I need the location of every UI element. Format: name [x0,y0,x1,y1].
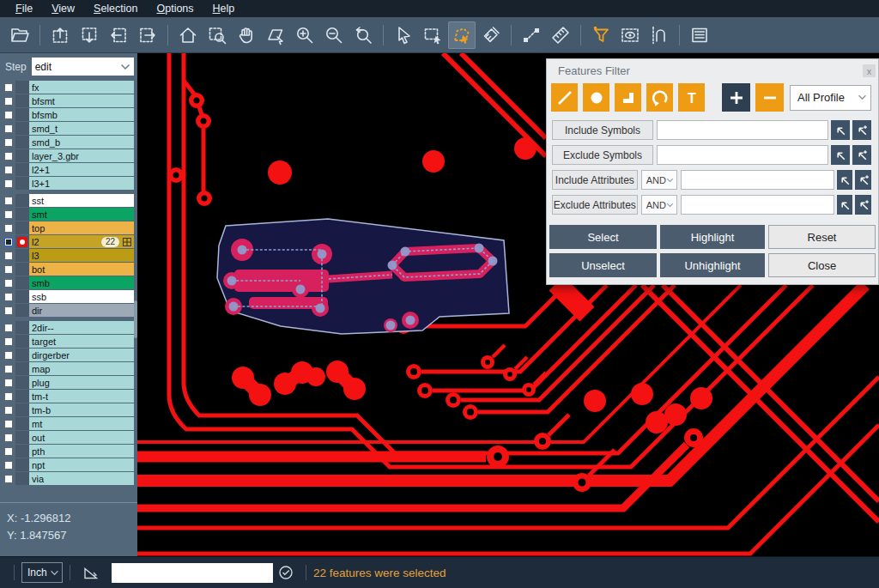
layer-indicator-cell[interactable] [15,94,29,107]
select-poly-icon[interactable] [448,21,476,49]
layer-checkbox[interactable] [4,351,13,360]
zoom-previous-icon[interactable] [349,21,377,49]
zoom-in-icon[interactable] [291,21,318,49]
layer-checkbox[interactable] [4,97,13,106]
layer-indicator-cell[interactable] [15,136,29,149]
layer-checkbox[interactable] [4,179,13,188]
command-input[interactable] [112,563,273,583]
layer-name[interactable]: l222 [29,235,134,248]
layer-name[interactable]: bfsmt [29,94,134,107]
layer-indicator-cell[interactable] [15,403,29,416]
units-select[interactable]: Inch [21,562,63,583]
layer-name[interactable]: top [29,221,134,234]
step-select[interactable]: edit [32,58,134,76]
pan-up-icon[interactable] [46,21,74,49]
layer-checkbox[interactable] [4,433,13,442]
home-icon[interactable] [174,21,202,49]
layer-name[interactable]: smt [29,208,134,221]
select-rect-icon[interactable] [419,21,446,49]
layer-checkbox[interactable] [4,475,13,483]
measure-ruler-icon[interactable] [547,21,574,49]
include-symbols-pick-add-icon[interactable] [852,120,871,140]
unselect-button[interactable]: Unselect [549,253,657,277]
layer-indicator-cell[interactable] [15,276,29,289]
layer-indicator-cell[interactable] [15,376,29,389]
layer-name[interactable]: dir [29,304,134,317]
layer-indicator-cell[interactable] [15,349,29,361]
layer-checkbox[interactable] [4,337,13,346]
features-filter-icon[interactable] [587,21,615,49]
clean-icon[interactable] [477,21,505,49]
layer-name[interactable]: fx [29,81,134,94]
menu-view[interactable]: View [43,1,83,16]
layer-indicator-cell[interactable] [15,208,29,221]
menu-options[interactable]: Options [148,1,202,16]
pan-hand-icon[interactable] [233,21,260,49]
feature-type-pad-icon[interactable] [583,83,609,112]
exclude-attributes-pick-icon[interactable] [837,195,853,215]
refresh-check-icon[interactable] [278,565,294,580]
highlight-button[interactable]: Highlight [660,225,765,249]
close-icon[interactable]: x [863,64,876,77]
layer-indicator-cell[interactable] [15,194,29,207]
profile-select[interactable]: All Profile [790,85,871,111]
layer-name[interactable]: bfsmb [29,108,134,121]
layer-indicator-cell[interactable] [15,177,29,190]
layer-indicator-cell[interactable] [15,458,29,471]
layer-name[interactable]: l3+1 [29,177,134,190]
exclude-attributes-input[interactable] [681,195,834,215]
include-attributes-pick-add-icon[interactable] [855,170,871,190]
menu-selection[interactable]: Selection [85,1,146,16]
menu-file[interactable]: File [7,1,41,16]
zoom-out-icon[interactable] [320,21,348,49]
unhighlight-button[interactable]: Unhighlight [660,253,765,277]
include-symbols-pick-icon[interactable] [831,120,850,140]
include-attributes-pick-icon[interactable] [837,170,853,190]
layer-indicator-cell[interactable] [15,304,29,317]
layer-indicator-cell[interactable] [15,249,29,262]
layer-indicator-cell[interactable] [15,390,29,403]
layer-indicator-cell[interactable] [15,290,29,303]
layer-name[interactable]: plug [29,376,134,389]
layer-name[interactable]: out [29,431,134,444]
layer-indicator-cell[interactable] [15,263,29,276]
layer-indicator-cell[interactable] [15,163,29,176]
layer-indicator-cell[interactable] [15,81,29,94]
zoom-window-icon[interactable] [203,21,231,49]
layer-name[interactable]: target [29,335,134,348]
feature-type-line-icon[interactable] [551,83,578,112]
include-attributes-input[interactable] [681,170,834,190]
angle-measure-icon[interactable] [82,564,100,581]
pan-down-icon[interactable] [76,21,103,49]
layer-checkbox[interactable] [4,138,13,147]
layer-checkbox[interactable] [4,365,13,373]
layer-checkbox[interactable] [4,210,13,219]
feature-type-text-icon[interactable]: T [678,83,705,112]
layer-indicator-cell[interactable] [15,431,29,444]
pan-left-icon[interactable] [105,21,132,49]
layer-checkbox[interactable] [4,238,13,246]
pcb-canvas[interactable]: Features Filter x TAll Profile Include S… [137,53,879,556]
layer-checkbox[interactable] [4,293,13,301]
layer-checkbox[interactable] [4,83,13,92]
layer-checkbox[interactable] [4,447,13,456]
layer-name[interactable]: pth [29,445,134,458]
layer-indicator-cell[interactable] [15,122,29,135]
open-icon[interactable] [6,21,33,49]
layer-name[interactable]: 2dir-- [29,321,134,334]
exclude-attributes-operator-select[interactable]: AND [641,195,677,215]
layer-checkbox[interactable] [4,406,13,415]
exclude-attributes-button[interactable]: Exclude Attributes [552,195,638,215]
layer-checkbox[interactable] [4,279,13,288]
reset-button[interactable]: Reset [768,225,876,249]
include-attributes-button[interactable]: Include Attributes [552,170,638,190]
select-button[interactable]: Select [549,225,657,249]
layer-name[interactable]: smd_b [29,136,134,149]
close-button[interactable]: Close [768,253,876,277]
layer-name[interactable]: smd_t [29,122,134,135]
pan-right-icon[interactable] [134,21,161,49]
layer-name[interactable]: smb [29,276,134,289]
layer-checkbox[interactable] [4,461,13,470]
layer-checkbox[interactable] [4,224,13,233]
layer-checkbox[interactable] [4,324,13,332]
